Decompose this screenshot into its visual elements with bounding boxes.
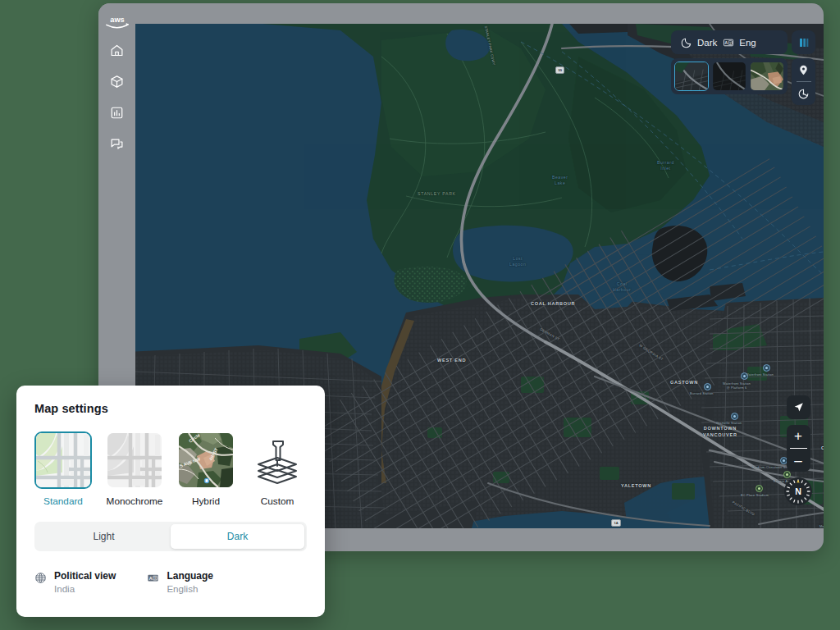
monochrome-map-thumbnail (106, 431, 163, 489)
map-style-label-custom: Custom (249, 495, 306, 507)
map-tools-stack (792, 58, 815, 105)
map-poi-bc-place-stadium[interactable] (756, 485, 763, 492)
political-view-label: Political view (54, 569, 116, 582)
compass-control[interactable]: N (784, 477, 812, 505)
zoom-in-button[interactable]: + (787, 425, 810, 448)
map-style-thumb-hybrid-satellite[interactable] (750, 62, 784, 91)
map-nav-controls: + – (784, 395, 812, 505)
map-style-label-monochrome: Monochrome (106, 495, 163, 507)
language-chip[interactable]: A 文 Eng (723, 37, 756, 48)
map-mode-pill: Dark A 文 Eng (671, 30, 788, 54)
theme-option-dark[interactable]: Dark (171, 524, 304, 549)
map-style-option-monochrome[interactable]: Monochrome (106, 431, 163, 507)
map-style-thumb-monochrome-dark[interactable] (712, 62, 746, 91)
custom-layers-pin-icon (249, 431, 306, 489)
standard-map-thumbnail (34, 431, 92, 489)
map-style-label-hybrid: Hybrid (177, 495, 235, 507)
map-style-grid: Standard (34, 431, 307, 507)
sidebar-item-analytics[interactable] (105, 100, 130, 125)
political-view-field[interactable]: Political view India (34, 569, 116, 596)
svg-text:aws: aws (110, 16, 124, 24)
sidebar-item-chat[interactable] (105, 131, 130, 156)
map-highway-shield-1a: 1A (611, 519, 621, 527)
theme-chip-label: Dark (697, 38, 717, 48)
map-style-option-hybrid[interactable]: S AVE NW 4th ST Circle Hybrid (177, 431, 235, 507)
map-settings-dialog: Map settings (16, 386, 325, 617)
page-backdrop: aws (0, 0, 840, 630)
svg-text:N: N (795, 486, 801, 496)
routes-icon (797, 88, 810, 100)
locate-me-button[interactable] (787, 395, 810, 419)
hybrid-map-thumbnail: S AVE NW 4th ST Circle (177, 431, 235, 489)
routes-button[interactable] (792, 82, 815, 105)
map-hud-right-column (792, 30, 815, 105)
moon-icon (681, 37, 692, 48)
language-label: Language (167, 569, 213, 582)
map-settings-footer: Political view India A 文 Language Englis… (34, 569, 307, 596)
language-value: English (167, 582, 213, 596)
language-field[interactable]: A 文 Language English (147, 569, 213, 596)
map-style-option-standard[interactable]: Standard (34, 431, 92, 507)
theme-segmented-control: Light Dark (34, 522, 307, 551)
political-view-value: India (54, 582, 116, 596)
translate-icon: A 文 (147, 572, 159, 584)
map-style-thumb-standard-dark[interactable] (674, 62, 709, 91)
places-button[interactable] (792, 58, 815, 81)
theme-option-light[interactable]: Light (37, 524, 171, 549)
map-poi-waterfront-station-platform[interactable] (741, 372, 748, 380)
svg-text:文: 文 (729, 40, 733, 44)
map-highway-shield-99-north: 99 (555, 66, 564, 74)
map-poi-waterfront-station[interactable] (763, 364, 770, 372)
globe-icon (34, 572, 47, 584)
map-style-option-custom[interactable]: Custom (249, 431, 306, 507)
language-chip-label: Eng (739, 38, 756, 48)
map-layers-icon (797, 36, 810, 49)
aws-logo[interactable]: aws (103, 13, 131, 31)
map-style-label-standard: Standard (34, 495, 92, 507)
svg-text:文: 文 (154, 576, 158, 580)
navigation-arrow-icon (792, 401, 805, 413)
map-hud: Dark A 文 Eng (671, 30, 815, 105)
map-style-button[interactable] (792, 30, 815, 54)
map-settings-title: Map settings (34, 402, 307, 415)
map-poi-burrard-station[interactable] (704, 383, 711, 390)
zoom-controls: + – (787, 425, 810, 472)
map-poi-granville-station[interactable] (731, 413, 738, 420)
map-hud-left-column: Dark A 文 Eng (671, 30, 788, 94)
zoom-out-button[interactable]: – (787, 449, 810, 472)
svg-text:A: A (725, 40, 728, 44)
svg-text:A: A (149, 576, 153, 581)
sidebar-item-resources[interactable] (105, 69, 130, 94)
place-pin-icon (797, 64, 810, 76)
translate-icon: A 文 (723, 37, 734, 48)
sidebar-item-home[interactable] (105, 38, 130, 62)
theme-chip[interactable]: Dark (681, 37, 717, 48)
map-style-strip (671, 58, 788, 94)
